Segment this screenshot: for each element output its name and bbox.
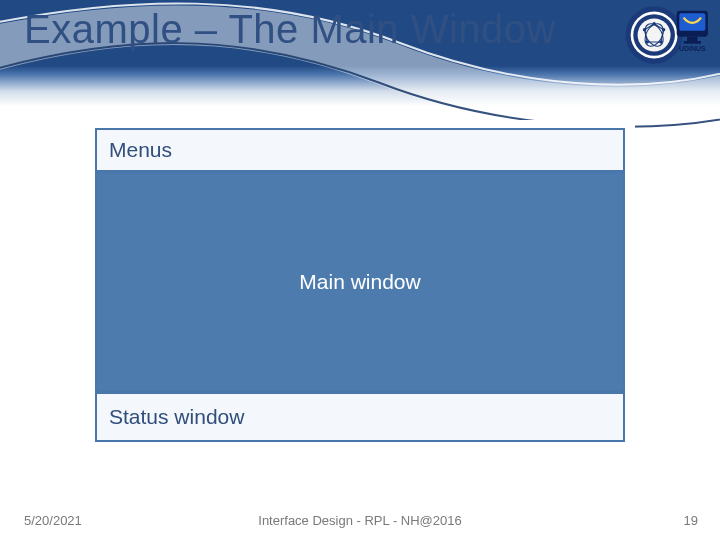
- diagram-status-window-label: Status window: [109, 405, 244, 429]
- diagram-main-window-region: Main window: [95, 172, 625, 392]
- svg-text:UDINUS: UDINUS: [679, 45, 706, 52]
- diagram-main-window-label: Main window: [299, 270, 420, 294]
- diagram-menus-region: Menus: [95, 128, 625, 172]
- svg-rect-14: [684, 41, 701, 44]
- footer-date: 5/20/2021: [24, 513, 82, 528]
- footer-center: Interface Design - RPL - NH@2016: [0, 513, 720, 528]
- logo-udinus: UDINUS: [624, 2, 712, 68]
- slide-title: Example – The Main Window: [24, 0, 556, 58]
- slide: Example – The Main Window: [0, 0, 720, 540]
- diagram-status-window-region: Status window: [95, 392, 625, 442]
- slide-footer: 5/20/2021 Interface Design - RPL - NH@20…: [0, 504, 720, 540]
- footer-page-number: 19: [684, 513, 698, 528]
- window-layout-diagram: Menus Main window Status window: [85, 120, 635, 450]
- diagram-menus-label: Menus: [109, 138, 172, 162]
- svg-rect-13: [687, 37, 697, 41]
